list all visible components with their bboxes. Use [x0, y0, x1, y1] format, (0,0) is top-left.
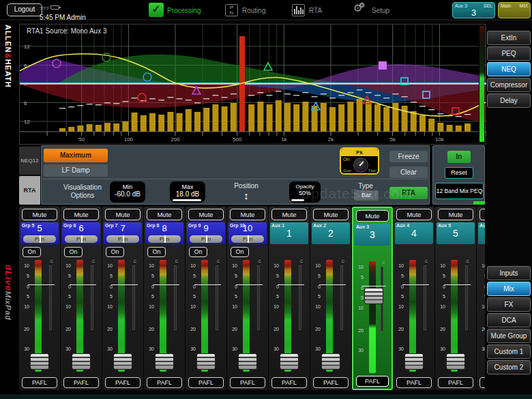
pafl-button[interactable]: PAFL: [105, 377, 141, 388]
fader-cap[interactable]: [30, 353, 49, 370]
channel-strip-grp-6[interactable]: Mute Grp 6 6 Pan On 10505102030 C PAFL: [61, 207, 102, 390]
opacity-control[interactable]: Opacity50%: [289, 181, 321, 203]
pk-meter-knob[interactable]: Pk On Slow Fast: [340, 147, 379, 175]
channel-label[interactable]: Grp 7 7 Pan: [104, 222, 142, 244]
on-button[interactable]: On: [64, 247, 83, 257]
mute-button[interactable]: Mute: [313, 209, 349, 220]
fader-area[interactable]: 10505102030 C: [102, 258, 143, 376]
peq-type-selector[interactable]: 12 Band Mix PEQ: [435, 183, 484, 199]
pan-slider[interactable]: Pan: [231, 235, 264, 243]
nav-delay[interactable]: Delay: [487, 93, 531, 108]
pan-slider[interactable]: Pan: [65, 235, 98, 243]
bank-inputs[interactable]: Inputs: [487, 266, 531, 280]
fader-area[interactable]: 10505102030 C: [394, 258, 434, 376]
channel-strip-aux-5[interactable]: Mute Aux 5 5 10505102030 C PAFL: [435, 207, 476, 390]
on-button[interactable]: On: [23, 247, 41, 257]
fader-cap[interactable]: [280, 353, 299, 370]
lf-damp-button[interactable]: LF Damp: [44, 164, 108, 177]
pafl-button[interactable]: PAFL: [22, 377, 57, 388]
channel-label[interactable]: Grp 9 9 Pan: [187, 222, 225, 244]
channel-label[interactable]: Grp 6 6 Pan: [62, 222, 100, 244]
mute-button[interactable]: Mute: [356, 210, 389, 222]
pan-slider[interactable]: Pan: [23, 235, 56, 243]
bank-custom-2[interactable]: Custom 2: [487, 360, 531, 374]
channel-label[interactable]: Aux 1 1: [270, 222, 308, 244]
on-button[interactable]: On: [189, 247, 207, 257]
bank-mute-group[interactable]: Mute Group: [487, 329, 531, 343]
fader-area[interactable]: 10505102030 C: [19, 258, 60, 376]
mute-button[interactable]: Mute: [230, 209, 265, 220]
mute-button[interactable]: Mute: [22, 209, 57, 220]
channel-strip-aux-4[interactable]: Mute Aux 4 4 10505102030 C PAFL: [394, 207, 434, 390]
mute-button[interactable]: Mute: [63, 209, 99, 220]
max-slider[interactable]: [173, 199, 201, 201]
tab-rta-options[interactable]: RTA: [19, 176, 40, 205]
fader-cap[interactable]: [404, 353, 424, 370]
mute-button[interactable]: Mute: [188, 209, 224, 220]
in-button[interactable]: In: [447, 151, 471, 163]
channel-strip-grp-10[interactable]: Mute Grp 10 10 Pan On 10505102030 C PAFL: [227, 207, 268, 390]
channel-strip-grp-5[interactable]: Mute Grp 5 5 Pan On 10505102030 C PAFL: [19, 207, 60, 390]
fader-area[interactable]: 10505102030 C: [227, 258, 268, 376]
pan-slider[interactable]: Pan: [148, 235, 181, 243]
maximum-button[interactable]: Maximum: [44, 149, 108, 162]
fader-area[interactable]: 10505102030 C: [477, 258, 485, 376]
min-db-control[interactable]: Min-60.0 dB: [110, 181, 145, 203]
logout-button[interactable]: Logout: [7, 3, 42, 16]
rta-toggle-button[interactable]: RTA: [389, 187, 428, 199]
fader-cap[interactable]: [446, 353, 465, 370]
pafl-button[interactable]: PAFL: [271, 377, 307, 388]
channel-label[interactable]: Grp 5 5 Pan: [20, 222, 59, 244]
channel-strip-grp-8[interactable]: Mute Grp 8 8 Pan On 10505102030 C PAFL: [144, 207, 185, 390]
max-db-control[interactable]: Max18.0 dB: [170, 181, 205, 203]
channel-label[interactable]: Aux 6 6: [478, 222, 485, 244]
fader-cap[interactable]: [155, 353, 174, 370]
opacity-slider[interactable]: [291, 199, 304, 201]
mute-button[interactable]: Mute: [396, 209, 432, 220]
bank-mix[interactable]: Mix: [487, 282, 531, 296]
pafl-button[interactable]: PAFL: [396, 377, 432, 388]
fader-cap[interactable]: [321, 353, 340, 370]
mute-button[interactable]: Mute: [438, 209, 473, 220]
channel-strip-aux-3[interactable]: Mute Aux 3 3 10505102030 C PAFL: [352, 207, 393, 390]
fader-area[interactable]: 10505102030 C: [61, 258, 102, 376]
fader-cap[interactable]: [238, 353, 257, 370]
reset-button[interactable]: Reset: [445, 167, 473, 179]
channel-label[interactable]: Aux 5 5: [437, 222, 475, 244]
rta-eq-graph[interactable]: RTA1 Source: Mono Aux 3 1260612501002005…: [19, 24, 486, 145]
pafl-button[interactable]: PAFL: [438, 377, 473, 388]
fader-area[interactable]: 10505102030 C: [353, 260, 391, 377]
tab-neq12[interactable]: NEQ12: [19, 147, 40, 175]
channel-label[interactable]: Aux 4 4: [395, 222, 433, 244]
bank-custom-1[interactable]: Custom 1: [487, 344, 531, 359]
fader-area[interactable]: 10505102030 C: [269, 258, 310, 376]
nav-extin[interactable]: ExtIn: [487, 31, 531, 45]
on-button[interactable]: On: [231, 247, 249, 257]
pafl-button[interactable]: PAFL: [147, 377, 182, 388]
channel-label[interactable]: Aux 3 3: [355, 224, 390, 246]
clear-button[interactable]: Clear: [389, 166, 428, 178]
selected-channel-box[interactable]: Aux 3 SEL 3: [452, 2, 495, 18]
channel-strip-aux-6[interactable]: Mute Aux 6 6 10505102030 C PAFL: [477, 207, 485, 390]
mix-channel-box[interactable]: Main MIX: [498, 2, 531, 18]
pafl-button[interactable]: PAFL: [188, 377, 224, 388]
channel-strip-grp-7[interactable]: Mute Grp 7 7 Pan On 10505102030 C PAFL: [102, 207, 143, 390]
pafl-button[interactable]: PAFL: [63, 377, 99, 388]
pan-slider[interactable]: Pan: [190, 235, 222, 243]
bank-dca[interactable]: DCA: [487, 313, 531, 327]
speed-knob[interactable]: [353, 158, 368, 173]
mute-button[interactable]: Mute: [105, 209, 141, 220]
bank-fx[interactable]: FX: [487, 297, 531, 312]
mute-button[interactable]: Mute: [271, 209, 307, 220]
fader-cap[interactable]: [72, 353, 91, 370]
fader-area[interactable]: 10505102030 C: [144, 258, 185, 376]
channel-strip-aux-1[interactable]: Mute Aux 1 1 10505102030 C PAFL: [269, 207, 310, 390]
fader-area[interactable]: 10505102030 C: [435, 258, 476, 376]
nav-compressor[interactable]: Compressor: [487, 78, 531, 92]
pafl-button[interactable]: PAFL: [230, 377, 265, 388]
pafl-button[interactable]: PAFL: [479, 377, 485, 388]
pafl-button[interactable]: PAFL: [313, 377, 349, 388]
fader-cap[interactable]: [113, 353, 132, 370]
nav-neq[interactable]: NEQ: [487, 62, 531, 76]
fader-area[interactable]: 10505102030 C: [186, 258, 226, 376]
